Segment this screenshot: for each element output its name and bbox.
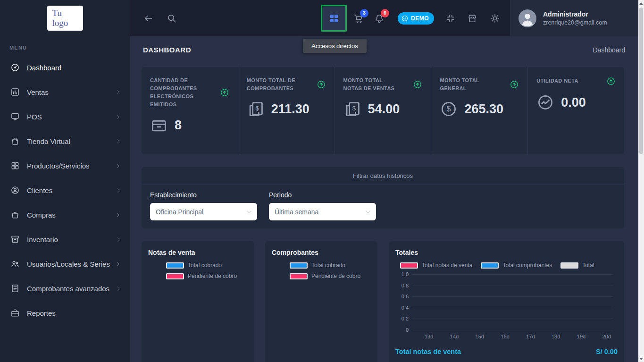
legend: Total cobrado Pendiente de cobro	[272, 262, 371, 279]
breadcrumb[interactable]: Dashboard	[593, 46, 626, 54]
demo-badge-label: DEMO	[411, 15, 429, 22]
periodo-label: Periodo	[269, 191, 376, 199]
shortcuts-tooltip: Accesos directos	[303, 39, 367, 53]
sun-icon[interactable]	[490, 13, 500, 24]
gridline: 0.2	[412, 319, 613, 319]
trend-up-icon	[413, 80, 422, 89]
sidebar-item-label: Compras	[27, 210, 115, 219]
x-tick: 15d	[476, 334, 484, 339]
sidebar-item-pos[interactable]: POS	[0, 104, 130, 129]
stat-card-utilidad-neta: UTILIDAD NETA 0.00	[528, 67, 624, 154]
user-info: Administrador zrenrique20@gmail.com	[543, 10, 607, 26]
menu-section-label: MENU	[9, 45, 130, 51]
legend-label: Total cobrado	[188, 262, 222, 269]
legend-item: Pendiente de cobro	[166, 273, 247, 279]
trend-up-icon	[606, 76, 616, 86]
back-arrow-icon[interactable]	[143, 13, 153, 24]
sidebar-item-reportes[interactable]: Reportes	[0, 301, 130, 325]
sidebar-item-inventario[interactable]: Inventario	[0, 227, 130, 252]
scrollbar[interactable]	[638, 0, 644, 362]
filter-panel: Filtrar datos históricos Establecimiento…	[142, 167, 624, 228]
gridline: 0.8	[412, 286, 613, 286]
check-circle-icon	[401, 15, 409, 22]
store-button[interactable]	[467, 13, 477, 24]
sidebar-item-label: Tienda Virtual	[27, 137, 115, 146]
comprobantes-panel: Comprobantes Total cobrado Pendiente de …	[265, 241, 377, 362]
profit-circle-icon	[536, 93, 554, 111]
logo[interactable]: Tu logo	[47, 6, 83, 31]
sidebar-item-compras[interactable]: Compras	[0, 202, 130, 227]
periodo-field: Periodo Última semana	[269, 191, 376, 220]
gridline: 0.4	[412, 308, 613, 308]
sidebar-item-productos-servicios[interactable]: Productos/Servicios	[0, 153, 130, 178]
reports-briefcase-icon	[10, 308, 20, 318]
charts-row: Notas de venta Total cobrado Pendiente d…	[142, 241, 624, 362]
clients-icon	[10, 185, 20, 195]
trend-up-icon	[510, 80, 519, 89]
scroll-down-button[interactable]	[638, 355, 644, 362]
sidebar-item-label: Clientes	[27, 186, 115, 195]
notifications-button[interactable]: 6	[374, 13, 385, 24]
periodo-select[interactable]: Última semana	[269, 203, 376, 220]
sidebar-item-ventas[interactable]: Ventas	[0, 80, 130, 104]
chevron-down-icon	[365, 209, 371, 215]
sidebar-item-usuarios-locales-series[interactable]: Usuarios/Locales & Series	[0, 252, 130, 276]
archive-icon	[150, 116, 168, 134]
legend-swatch	[290, 273, 308, 279]
sidebar-item-label: Ventas	[27, 88, 115, 97]
chevron-right-icon	[115, 261, 121, 267]
legend-swatch	[481, 262, 499, 269]
establecimiento-select[interactable]: Oficina Principal	[150, 203, 257, 220]
compress-button[interactable]	[445, 13, 456, 24]
store-icon	[467, 13, 477, 24]
svg-text:$: $	[447, 105, 451, 113]
y-tick: 0.4	[401, 305, 409, 311]
filter-panel-title: Filtrar datos históricos	[142, 167, 624, 185]
sidebar-item-label: POS	[27, 112, 115, 121]
chevron-right-icon	[115, 212, 121, 218]
stat-title: MONTO TOTAL NOTAS DE VENTAS	[343, 76, 401, 93]
sidebar-item-tienda-virtual[interactable]: Tienda Virtual	[0, 129, 130, 153]
legend-swatch	[290, 262, 308, 269]
legend-label: Total	[582, 262, 594, 269]
demo-badge[interactable]: DEMO	[398, 12, 434, 25]
y-tick: 0.8	[401, 283, 409, 288]
sales-chart-icon	[10, 87, 20, 97]
sidebar-item-clientes[interactable]: Clientes	[0, 178, 130, 202]
legend-label: Total notas de venta	[422, 262, 472, 269]
cart-count-badge: 3	[360, 9, 368, 17]
search-icon[interactable]	[167, 13, 177, 24]
sidebar-item-label: Reportes	[27, 309, 121, 318]
totales-summary-label[interactable]: Total notas de venta	[395, 348, 461, 355]
gridline: 0	[412, 330, 613, 330]
scrollbar-thumb[interactable]	[639, 8, 643, 154]
establecimiento-value: Oficina Principal	[156, 208, 203, 216]
inventory-box-icon	[10, 235, 20, 244]
stat-value: 54.00	[368, 102, 400, 117]
stat-card-monto-total-general: MONTO TOTAL GENERAL $ 265.30	[431, 67, 528, 154]
sidebar-item-comprobantes-avanzados[interactable]: Comprobantes avanzados	[0, 276, 130, 301]
x-tick: 18d	[552, 334, 560, 339]
stat-value: 211.30	[271, 102, 309, 117]
user-menu[interactable]: Administrador zrenrique20@gmail.com	[510, 0, 638, 36]
invoice-dollar-icon: $	[343, 100, 361, 118]
legend-item: Total cobrado	[290, 262, 371, 269]
shortcuts-grid-button[interactable]	[321, 5, 347, 32]
compress-icon	[445, 13, 456, 24]
establecimiento-field: Establecimiento Oficina Principal	[150, 191, 257, 220]
chevron-right-icon	[115, 187, 121, 194]
x-tick: 14d	[450, 334, 459, 339]
cart-button[interactable]: 3	[353, 13, 364, 24]
scroll-up-icon	[639, 2, 643, 5]
scroll-up-button[interactable]	[638, 0, 644, 7]
chevron-right-icon	[115, 138, 121, 144]
scroll-down-icon	[639, 358, 643, 360]
user-email: zrenrique20@gmail.com	[543, 19, 607, 26]
x-tick: 17d	[526, 334, 535, 339]
totales-chart: 1.0 0.8 0.6 0.4 0.2 0	[412, 274, 613, 330]
sidebar-item-dashboard[interactable]: Dashboard	[0, 55, 130, 80]
legend-label: Total cobrado	[311, 262, 345, 269]
topbar: 3 6 DEMO	[130, 0, 638, 36]
users-icon	[10, 259, 20, 269]
purchases-bag-icon	[10, 210, 20, 219]
